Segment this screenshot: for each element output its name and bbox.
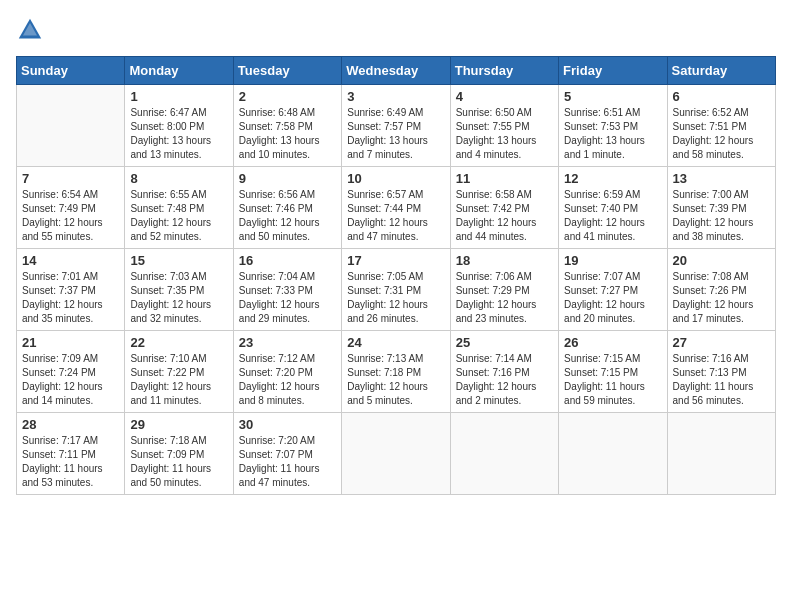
calendar-cell: 17Sunrise: 7:05 AM Sunset: 7:31 PM Dayli…: [342, 249, 450, 331]
day-number: 8: [130, 171, 227, 186]
calendar-cell: 14Sunrise: 7:01 AM Sunset: 7:37 PM Dayli…: [17, 249, 125, 331]
day-number: 28: [22, 417, 119, 432]
logo: [16, 16, 48, 44]
day-number: 6: [673, 89, 770, 104]
day-info: Sunrise: 6:47 AM Sunset: 8:00 PM Dayligh…: [130, 106, 227, 162]
day-number: 1: [130, 89, 227, 104]
calendar-cell: 26Sunrise: 7:15 AM Sunset: 7:15 PM Dayli…: [559, 331, 667, 413]
day-info: Sunrise: 7:00 AM Sunset: 7:39 PM Dayligh…: [673, 188, 770, 244]
day-number: 16: [239, 253, 336, 268]
calendar-cell: 10Sunrise: 6:57 AM Sunset: 7:44 PM Dayli…: [342, 167, 450, 249]
day-of-week-header: Saturday: [667, 57, 775, 85]
calendar-week-row: 28Sunrise: 7:17 AM Sunset: 7:11 PM Dayli…: [17, 413, 776, 495]
day-number: 23: [239, 335, 336, 350]
day-info: Sunrise: 7:14 AM Sunset: 7:16 PM Dayligh…: [456, 352, 553, 408]
day-number: 27: [673, 335, 770, 350]
calendar-cell: 7Sunrise: 6:54 AM Sunset: 7:49 PM Daylig…: [17, 167, 125, 249]
day-number: 22: [130, 335, 227, 350]
calendar-cell: 18Sunrise: 7:06 AM Sunset: 7:29 PM Dayli…: [450, 249, 558, 331]
day-number: 20: [673, 253, 770, 268]
calendar-cell: 8Sunrise: 6:55 AM Sunset: 7:48 PM Daylig…: [125, 167, 233, 249]
calendar-cell: 20Sunrise: 7:08 AM Sunset: 7:26 PM Dayli…: [667, 249, 775, 331]
calendar-cell: [17, 85, 125, 167]
day-info: Sunrise: 7:03 AM Sunset: 7:35 PM Dayligh…: [130, 270, 227, 326]
day-of-week-header: Wednesday: [342, 57, 450, 85]
day-number: 14: [22, 253, 119, 268]
calendar-cell: 23Sunrise: 7:12 AM Sunset: 7:20 PM Dayli…: [233, 331, 341, 413]
day-number: 12: [564, 171, 661, 186]
day-number: 2: [239, 89, 336, 104]
calendar-week-row: 21Sunrise: 7:09 AM Sunset: 7:24 PM Dayli…: [17, 331, 776, 413]
day-number: 13: [673, 171, 770, 186]
calendar-cell: 5Sunrise: 6:51 AM Sunset: 7:53 PM Daylig…: [559, 85, 667, 167]
calendar-cell: 29Sunrise: 7:18 AM Sunset: 7:09 PM Dayli…: [125, 413, 233, 495]
day-info: Sunrise: 6:50 AM Sunset: 7:55 PM Dayligh…: [456, 106, 553, 162]
calendar-header-row: SundayMondayTuesdayWednesdayThursdayFrid…: [17, 57, 776, 85]
day-number: 30: [239, 417, 336, 432]
day-number: 9: [239, 171, 336, 186]
calendar-cell: 27Sunrise: 7:16 AM Sunset: 7:13 PM Dayli…: [667, 331, 775, 413]
calendar-cell: 6Sunrise: 6:52 AM Sunset: 7:51 PM Daylig…: [667, 85, 775, 167]
calendar-cell: 13Sunrise: 7:00 AM Sunset: 7:39 PM Dayli…: [667, 167, 775, 249]
calendar-cell: 12Sunrise: 6:59 AM Sunset: 7:40 PM Dayli…: [559, 167, 667, 249]
day-info: Sunrise: 7:13 AM Sunset: 7:18 PM Dayligh…: [347, 352, 444, 408]
day-number: 11: [456, 171, 553, 186]
calendar-week-row: 7Sunrise: 6:54 AM Sunset: 7:49 PM Daylig…: [17, 167, 776, 249]
day-info: Sunrise: 6:55 AM Sunset: 7:48 PM Dayligh…: [130, 188, 227, 244]
calendar-week-row: 14Sunrise: 7:01 AM Sunset: 7:37 PM Dayli…: [17, 249, 776, 331]
calendar-cell: 2Sunrise: 6:48 AM Sunset: 7:58 PM Daylig…: [233, 85, 341, 167]
calendar-cell: 21Sunrise: 7:09 AM Sunset: 7:24 PM Dayli…: [17, 331, 125, 413]
day-info: Sunrise: 7:17 AM Sunset: 7:11 PM Dayligh…: [22, 434, 119, 490]
day-number: 7: [22, 171, 119, 186]
day-info: Sunrise: 7:01 AM Sunset: 7:37 PM Dayligh…: [22, 270, 119, 326]
calendar-table: SundayMondayTuesdayWednesdayThursdayFrid…: [16, 56, 776, 495]
day-number: 17: [347, 253, 444, 268]
calendar-week-row: 1Sunrise: 6:47 AM Sunset: 8:00 PM Daylig…: [17, 85, 776, 167]
calendar-cell: 11Sunrise: 6:58 AM Sunset: 7:42 PM Dayli…: [450, 167, 558, 249]
day-info: Sunrise: 7:05 AM Sunset: 7:31 PM Dayligh…: [347, 270, 444, 326]
calendar-cell: [342, 413, 450, 495]
day-info: Sunrise: 7:08 AM Sunset: 7:26 PM Dayligh…: [673, 270, 770, 326]
day-info: Sunrise: 6:56 AM Sunset: 7:46 PM Dayligh…: [239, 188, 336, 244]
day-number: 4: [456, 89, 553, 104]
day-info: Sunrise: 7:09 AM Sunset: 7:24 PM Dayligh…: [22, 352, 119, 408]
day-number: 25: [456, 335, 553, 350]
calendar-cell: 9Sunrise: 6:56 AM Sunset: 7:46 PM Daylig…: [233, 167, 341, 249]
day-number: 18: [456, 253, 553, 268]
day-number: 5: [564, 89, 661, 104]
day-info: Sunrise: 7:15 AM Sunset: 7:15 PM Dayligh…: [564, 352, 661, 408]
calendar-cell: 4Sunrise: 6:50 AM Sunset: 7:55 PM Daylig…: [450, 85, 558, 167]
page-header: [16, 16, 776, 44]
day-info: Sunrise: 7:10 AM Sunset: 7:22 PM Dayligh…: [130, 352, 227, 408]
calendar-cell: 1Sunrise: 6:47 AM Sunset: 8:00 PM Daylig…: [125, 85, 233, 167]
calendar-cell: 30Sunrise: 7:20 AM Sunset: 7:07 PM Dayli…: [233, 413, 341, 495]
day-number: 29: [130, 417, 227, 432]
day-info: Sunrise: 7:18 AM Sunset: 7:09 PM Dayligh…: [130, 434, 227, 490]
day-number: 10: [347, 171, 444, 186]
day-of-week-header: Monday: [125, 57, 233, 85]
day-of-week-header: Tuesday: [233, 57, 341, 85]
logo-icon: [16, 16, 44, 44]
day-info: Sunrise: 7:12 AM Sunset: 7:20 PM Dayligh…: [239, 352, 336, 408]
day-number: 21: [22, 335, 119, 350]
day-info: Sunrise: 7:04 AM Sunset: 7:33 PM Dayligh…: [239, 270, 336, 326]
calendar-cell: [667, 413, 775, 495]
day-info: Sunrise: 6:54 AM Sunset: 7:49 PM Dayligh…: [22, 188, 119, 244]
calendar-cell: [450, 413, 558, 495]
calendar-cell: 22Sunrise: 7:10 AM Sunset: 7:22 PM Dayli…: [125, 331, 233, 413]
day-number: 3: [347, 89, 444, 104]
calendar-cell: 19Sunrise: 7:07 AM Sunset: 7:27 PM Dayli…: [559, 249, 667, 331]
day-number: 19: [564, 253, 661, 268]
calendar-cell: 25Sunrise: 7:14 AM Sunset: 7:16 PM Dayli…: [450, 331, 558, 413]
day-info: Sunrise: 6:58 AM Sunset: 7:42 PM Dayligh…: [456, 188, 553, 244]
day-info: Sunrise: 7:07 AM Sunset: 7:27 PM Dayligh…: [564, 270, 661, 326]
day-info: Sunrise: 6:52 AM Sunset: 7:51 PM Dayligh…: [673, 106, 770, 162]
calendar-cell: [559, 413, 667, 495]
day-of-week-header: Thursday: [450, 57, 558, 85]
calendar-cell: 3Sunrise: 6:49 AM Sunset: 7:57 PM Daylig…: [342, 85, 450, 167]
calendar-cell: 28Sunrise: 7:17 AM Sunset: 7:11 PM Dayli…: [17, 413, 125, 495]
calendar-cell: 15Sunrise: 7:03 AM Sunset: 7:35 PM Dayli…: [125, 249, 233, 331]
day-number: 24: [347, 335, 444, 350]
day-of-week-header: Sunday: [17, 57, 125, 85]
day-info: Sunrise: 6:59 AM Sunset: 7:40 PM Dayligh…: [564, 188, 661, 244]
